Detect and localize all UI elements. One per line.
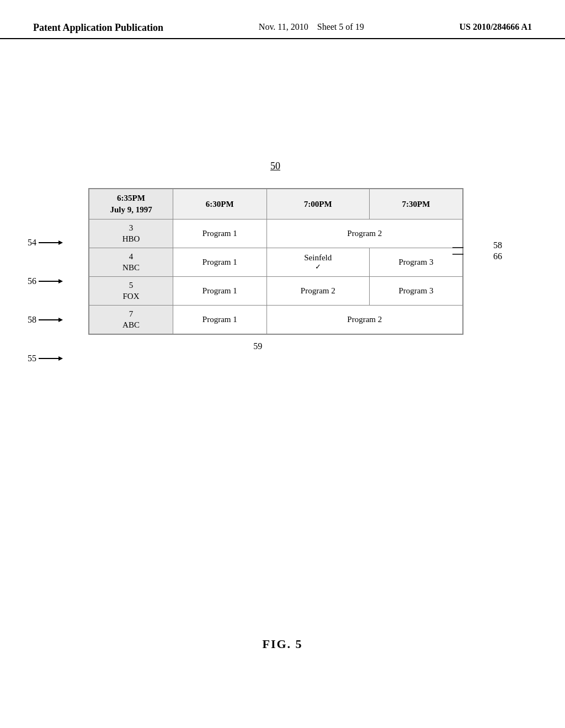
- arrow-55: [39, 356, 63, 361]
- publication-number: US 2010/284666 A1: [459, 22, 532, 32]
- publication-date-sheet: Nov. 11, 2010 Sheet 5 of 19: [259, 22, 364, 32]
- abc-program1: Program 1: [173, 306, 267, 335]
- channel-hbo: 3 HBO: [89, 220, 173, 248]
- ref-label-56: 56: [28, 276, 63, 286]
- figure-number-label: 50: [270, 160, 280, 172]
- nbc-program1: Program 1: [173, 248, 267, 277]
- table-row: 7 ABC Program 1 Program 2: [89, 306, 463, 335]
- time-col1-header: 6:30PM: [173, 189, 267, 220]
- table-row: 3 HBO Program 1 Program 2: [89, 220, 463, 248]
- epg-diagram: 54 56 58 55: [88, 188, 463, 335]
- time-col3-header: 7:30PM: [369, 189, 463, 220]
- epg-table: 6:35PM July 9, 1997 6:30PM 7:00PM 7:30PM…: [88, 188, 463, 335]
- channel-abc: 7 ABC: [89, 306, 173, 335]
- header-row: 6:35PM July 9, 1997 6:30PM 7:00PM 7:30PM: [89, 189, 463, 220]
- ref-label-58-left: 58: [28, 315, 63, 325]
- fox-program2: Program 2: [266, 277, 369, 306]
- fox-program3: Program 3: [369, 277, 463, 306]
- channel-nbc: 4 NBC: [89, 248, 173, 277]
- nbc-program3: Program 3: [369, 248, 463, 277]
- checkmark-icon: ✓: [271, 263, 365, 271]
- ref-label-54: 54: [28, 238, 63, 248]
- page-header: Patent Application Publication Nov. 11, …: [0, 0, 565, 39]
- figure-caption: FIG. 5: [262, 637, 302, 651]
- publication-title: Patent Application Publication: [33, 22, 163, 34]
- top-left-cell: 6:35PM July 9, 1997: [89, 189, 173, 220]
- table-row: 5 FOX Program 1 Program 2 Program 3: [89, 277, 463, 306]
- ref-label-59: 59: [253, 341, 262, 351]
- abc-program2: Program 2: [266, 306, 463, 335]
- hbo-program1: Program 1: [173, 220, 267, 248]
- arrow-58: [39, 318, 63, 322]
- nbc-program2: Seinfeld ✓: [266, 248, 369, 277]
- ref-label-58-right: 58: [493, 240, 502, 250]
- hbo-program2: Program 2: [266, 220, 463, 248]
- channel-fox: 5 FOX: [89, 277, 173, 306]
- arrow-56: [39, 279, 63, 283]
- fox-program1: Program 1: [173, 277, 267, 306]
- arrow-54: [39, 240, 63, 245]
- main-content: 50 54 56 58 55: [0, 39, 565, 723]
- ref-label-66: 66: [493, 251, 502, 261]
- ref-label-55: 55: [28, 354, 63, 363]
- table-row: 4 NBC Program 1 Seinfeld ✓ Program 3: [89, 248, 463, 277]
- time-col2-header: 7:00PM: [266, 189, 369, 220]
